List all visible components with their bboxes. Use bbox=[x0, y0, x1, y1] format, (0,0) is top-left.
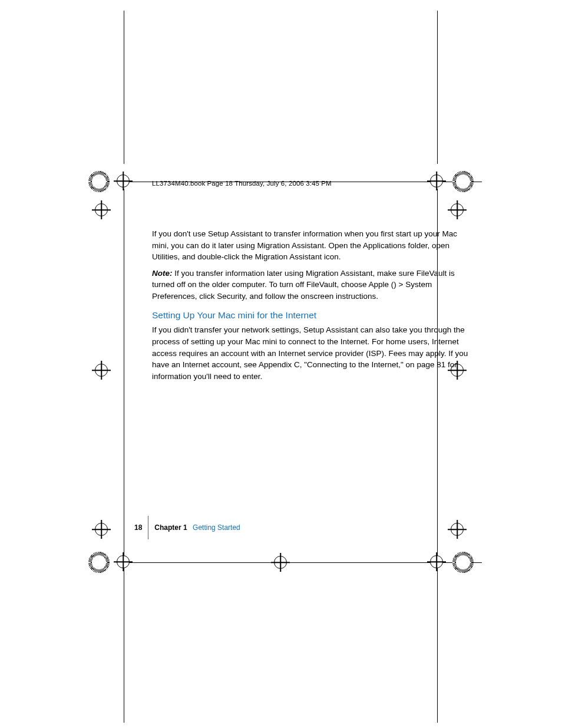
body-paragraph: If you don't use Setup Assistant to tran… bbox=[152, 228, 471, 263]
crop-mark-icon bbox=[93, 202, 111, 219]
crop-mark-icon bbox=[423, 545, 476, 598]
page-footer: 18 Chapter 1 Getting Started bbox=[134, 516, 240, 539]
crop-mark-icon bbox=[272, 554, 290, 572]
section-heading: Setting Up Your Mac mini for the Interne… bbox=[152, 310, 471, 321]
note-paragraph: Note: If you transfer information later … bbox=[152, 268, 471, 302]
footer-divider bbox=[148, 516, 148, 539]
chapter-label: Chapter 1 bbox=[154, 523, 187, 532]
note-label: Note: bbox=[152, 269, 174, 278]
body-paragraph: If you didn't transfer your network sett… bbox=[152, 324, 471, 382]
crop-mark-icon bbox=[449, 521, 467, 539]
chapter-title: Getting Started bbox=[193, 523, 240, 532]
print-header: LL3734M40.book Page 18 Thursday, July 6,… bbox=[152, 180, 471, 187]
crop-mark-icon bbox=[93, 521, 111, 539]
page-number: 18 bbox=[134, 523, 148, 532]
crop-mark-icon bbox=[93, 362, 111, 380]
crop-mark-icon bbox=[88, 164, 141, 217]
crop-mark-icon bbox=[88, 545, 141, 598]
page-content: LL3734M40.book Page 18 Thursday, July 6,… bbox=[152, 180, 471, 387]
